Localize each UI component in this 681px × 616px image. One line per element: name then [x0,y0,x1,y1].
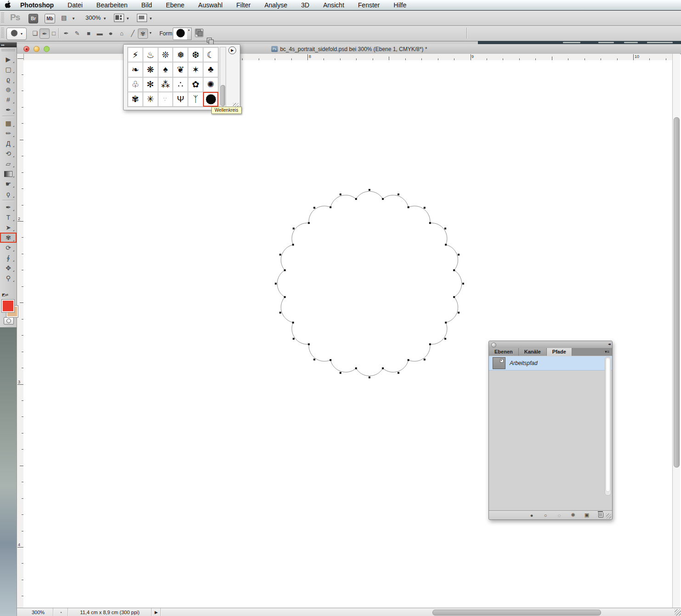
bar-grip[interactable] [1,28,4,39]
hand-tool[interactable]: ✥ [0,263,17,273]
bar-grip[interactable] [1,12,4,23]
healing-brush-tool[interactable]: ▦ [0,118,17,128]
shape-picker-scrollbar-thumb[interactable] [221,85,225,106]
shape-leaf[interactable]: ❧ [128,62,143,77]
shape-crescent-moon[interactable]: ☾ [203,47,218,62]
eraser-tool[interactable]: ▱ [0,159,17,169]
view-extras-icon[interactable]: ▤ [61,14,67,21]
3d-rotate-tool[interactable]: ⟳ [0,243,17,253]
eyedropper-tool[interactable]: ✒ [0,105,17,115]
rounded-rectangle-tool-icon[interactable]: ▬ [95,29,104,38]
make-work-path-icon[interactable]: ❋ [569,512,577,519]
clone-stamp-tool[interactable]: Д [0,138,17,148]
shape-six-petal-flower[interactable]: ✻ [143,77,158,92]
app-zoom-level[interactable]: 300% [85,14,101,21]
shape-tools-dropdown-icon[interactable]: ▼ [149,31,152,34]
rectangular-marquee-tool[interactable]: ▢ [0,64,17,74]
fill-pixels-mode-icon[interactable]: □ [49,29,58,38]
type-tool[interactable]: T [0,212,17,222]
menu-item-ebene[interactable]: Ebene [159,0,191,10]
freeform-pen-tool-icon[interactable]: ✎ [73,29,82,38]
window-resize-grip[interactable] [675,609,681,616]
shape-lightning[interactable]: ⚡ [128,47,143,62]
zoom-window-button[interactable] [44,46,50,52]
arrange-documents-icon[interactable] [114,14,124,22]
default-colors-icon[interactable]: ◩⇄ [2,293,8,298]
shape-wave-circle-selected[interactable] [203,92,218,107]
menu-item-datei[interactable]: Datei [61,0,90,10]
menu-item-bearbeiten[interactable]: Bearbeiten [90,0,135,10]
delete-path-icon[interactable] [597,512,604,519]
minimize-button[interactable] [34,46,40,52]
tab-kanle[interactable]: Kanäle [519,348,547,356]
pen-tool[interactable]: ✒ [0,202,17,212]
lasso-tool[interactable]: ϱ [0,74,17,85]
screen-mode-dropdown-icon[interactable]: ▼ [149,17,153,21]
horizontal-scrollbar-thumb[interactable] [432,610,601,616]
line-tool-icon[interactable]: ╱ [128,29,137,38]
shape-snowflake[interactable]: ❅ [173,47,188,62]
shape-swatch[interactable] [173,28,188,40]
close-button[interactable] [23,46,29,52]
menu-item-photoshop[interactable]: Photoshop [16,0,61,10]
add-shape-area-icon[interactable] [195,29,204,37]
path-thumbnail[interactable] [493,357,505,369]
stroke-path-icon[interactable]: ○ [542,512,549,519]
shape-sweetgum-leaf[interactable]: ♧ [128,77,143,92]
menu-item-auswahl[interactable]: Auswahl [191,0,229,10]
status-doc-info[interactable]: 11,4 cm x 8,9 cm (300 ppi) [68,608,151,616]
dodge-tool[interactable]: ϙ [0,189,17,199]
panel-resize-grip[interactable] [606,513,611,519]
history-brush-tool[interactable]: ⟲ [0,148,17,159]
status-zoom-field[interactable]: 300% [23,608,53,616]
menu-item-bild[interactable]: Bild [135,0,159,10]
shape-fire[interactable]: ♨ [143,47,158,62]
polygon-tool-icon[interactable]: ⌂ [117,29,126,38]
menu-item-3d[interactable]: 3D [294,0,316,10]
vertical-scrollbar[interactable] [672,54,680,608]
shape-pompom-flower[interactable]: ✾ [128,92,143,107]
foreground-color-swatch[interactable] [2,300,14,312]
status-flyout-icon[interactable]: ▶ [152,608,160,616]
menu-item-fenster[interactable]: Fenster [351,0,386,10]
menu-item-ansicht[interactable]: Ansicht [316,0,351,10]
shape-flower-sprig-2[interactable]: ∴ [173,77,188,92]
smudge-tool[interactable]: ☛ [0,179,17,189]
shape-snowflake-sparkle[interactable]: ❊ [158,47,173,62]
status-clock-icon[interactable]: ◔ [55,608,67,616]
apple-menu-icon[interactable] [0,0,16,10]
current-tool-button[interactable]: ▼ [6,28,27,40]
paths-mode-icon[interactable]: ✒ [40,29,50,39]
quick-mask-button[interactable] [4,317,14,325]
shape-maple-leaf[interactable]: ✶ [188,62,203,77]
shape-grass[interactable]: Ψ [173,92,188,107]
shape-oak-leaf[interactable]: ♣ [203,62,218,77]
shape-speckles[interactable]: ∵ [158,92,173,107]
shape-swatch-dropdown[interactable]: ▼ [187,28,192,40]
pen-tool-icon[interactable]: ✒ [62,29,71,38]
gradient-tool[interactable] [0,169,17,179]
fill-path-icon[interactable]: ● [528,512,535,519]
path-selection-tool[interactable]: ➤ [0,222,17,233]
tab-ebenen[interactable]: Ebenen [489,348,519,356]
shape-snowflake-heavy[interactable]: ❆ [188,47,203,62]
work-path-row[interactable]: Arbeitspfad [489,356,612,371]
ellipse-tool-icon[interactable]: ● [105,29,117,38]
custom-shape-tool-selected[interactable]: ✾ [0,233,17,243]
shape-picker-flyout-icon[interactable]: ▶ [228,46,236,54]
tab-pfade[interactable]: Pfade [547,348,572,356]
work-path-shape[interactable] [23,60,672,608]
brush-tool[interactable]: ✏ [0,128,17,138]
shape-five-petal-flower[interactable]: ✿ [188,77,203,92]
mobile-button[interactable]: Mb [45,14,55,23]
shape-ivy-leaf[interactable]: ❦ [173,62,188,77]
menu-item-filter[interactable]: Filter [229,0,257,10]
shape-aster-flower[interactable]: ✳ [143,92,158,107]
palette-grip[interactable] [2,49,15,51]
arrange-dropdown-icon[interactable]: ▼ [126,17,130,21]
panel-close-icon[interactable] [491,342,496,348]
shape-hemp-leaf[interactable]: ❋ [143,62,158,77]
shape-picker-scrollbar[interactable] [220,47,226,107]
zoom-dropdown-icon[interactable]: ▼ [103,17,107,21]
rectangle-tool-icon[interactable]: ■ [84,29,93,38]
